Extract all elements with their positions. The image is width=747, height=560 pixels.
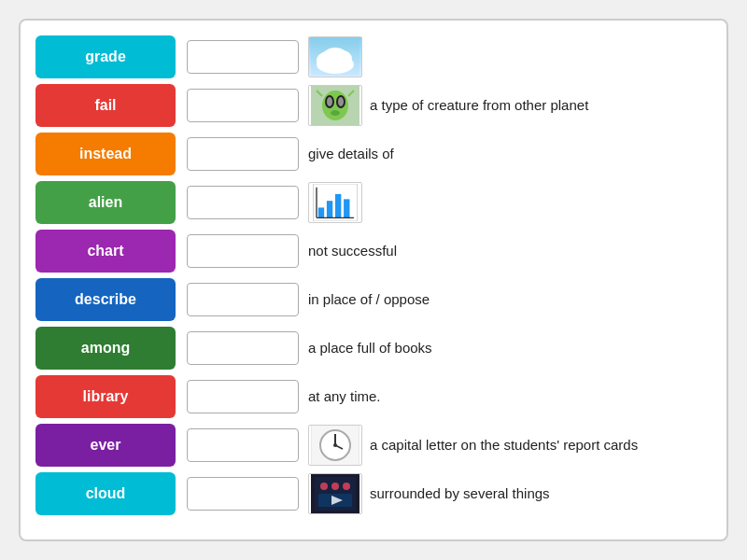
- match-row-clue-among: a place full of books: [187, 327, 712, 370]
- svg-point-4: [322, 48, 348, 66]
- clue-text-clue-ever: a capital letter on the students' report…: [370, 436, 638, 455]
- svg-point-29: [331, 483, 339, 490]
- clue-area-clue-ever: a capital letter on the students' report…: [308, 425, 712, 466]
- movie-image: [308, 473, 362, 514]
- words-column: gradefailinsteadalienchartdescribeamongl…: [35, 35, 176, 525]
- cloud-image: [308, 36, 362, 77]
- answer-input-clue-instead[interactable]: [187, 137, 299, 171]
- main-container: gradefailinsteadalienchartdescribeamongl…: [19, 19, 728, 541]
- clue-area-clue-fail: a type of creature from other planet: [308, 85, 712, 126]
- answer-input-clue-among[interactable]: [187, 331, 299, 365]
- svg-rect-15: [318, 207, 324, 217]
- clue-area-clue-cloud: surrounded by several things: [308, 473, 712, 514]
- word-btn-alien[interactable]: alien: [35, 181, 176, 224]
- grade-report-image: [308, 425, 362, 466]
- clue-area-clue-describe: in place of / oppose: [308, 290, 712, 309]
- svg-point-10: [338, 97, 344, 106]
- answer-input-clue-chart[interactable]: [187, 234, 299, 268]
- match-row-clue-instead: give details of: [187, 133, 712, 175]
- answer-input-clue-fail[interactable]: [187, 89, 299, 122]
- clue-text-clue-among: a place full of books: [308, 339, 432, 357]
- svg-rect-17: [335, 194, 341, 217]
- word-btn-fail[interactable]: fail: [35, 84, 176, 127]
- clue-text-clue-describe: in place of / oppose: [308, 290, 430, 309]
- match-row-clue-grade: [187, 35, 712, 78]
- clue-area-clue-among: a place full of books: [308, 339, 712, 357]
- svg-point-30: [343, 483, 350, 490]
- clue-area-clue-library: at any time.: [308, 387, 712, 406]
- word-btn-library[interactable]: library: [35, 375, 176, 418]
- word-btn-among[interactable]: among: [35, 327, 176, 370]
- answer-input-clue-alien[interactable]: [187, 186, 299, 219]
- word-btn-describe[interactable]: describe: [35, 278, 176, 321]
- clue-text-clue-chart: not successful: [308, 242, 397, 260]
- clue-text-clue-cloud: surrounded by several things: [370, 484, 550, 503]
- match-row-clue-alien: [187, 181, 712, 224]
- match-row-clue-cloud: surrounded by several things: [187, 472, 712, 515]
- answer-input-clue-cloud[interactable]: [187, 477, 299, 511]
- svg-point-28: [320, 483, 328, 490]
- match-row-clue-library: at any time.: [187, 375, 712, 418]
- alien-image: [308, 85, 362, 126]
- svg-rect-16: [327, 201, 332, 217]
- match-row-clue-ever: a capital letter on the students' report…: [187, 424, 712, 467]
- answer-input-clue-ever[interactable]: [187, 428, 299, 462]
- word-btn-instead[interactable]: instead: [35, 133, 176, 175]
- match-row-clue-fail: a type of creature from other planet: [187, 84, 712, 127]
- svg-point-11: [331, 110, 340, 116]
- answer-input-clue-grade[interactable]: [187, 40, 299, 74]
- matching-column: a type of creature from other planetgive…: [187, 35, 712, 525]
- svg-rect-18: [344, 199, 349, 217]
- clue-area-clue-chart: not successful: [308, 242, 712, 260]
- match-row-clue-chart: not successful: [187, 230, 712, 273]
- clue-text-clue-library: at any time.: [308, 387, 381, 406]
- answer-input-clue-describe[interactable]: [187, 283, 299, 316]
- clue-text-clue-instead: give details of: [308, 145, 394, 163]
- clue-area-clue-alien: [308, 182, 712, 223]
- word-btn-ever[interactable]: ever: [35, 424, 176, 467]
- word-btn-cloud[interactable]: cloud: [35, 472, 176, 515]
- svg-point-9: [327, 97, 332, 106]
- answer-input-clue-library[interactable]: [187, 380, 299, 413]
- chart-image: [308, 182, 362, 223]
- clue-area-clue-instead: give details of: [308, 145, 712, 163]
- match-row-clue-describe: in place of / oppose: [187, 278, 712, 321]
- word-btn-chart[interactable]: chart: [35, 230, 176, 273]
- svg-point-25: [333, 443, 337, 447]
- clue-area-clue-grade: [308, 36, 712, 77]
- word-btn-grade[interactable]: grade: [35, 35, 176, 78]
- clue-text-clue-fail: a type of creature from other planet: [370, 96, 588, 115]
